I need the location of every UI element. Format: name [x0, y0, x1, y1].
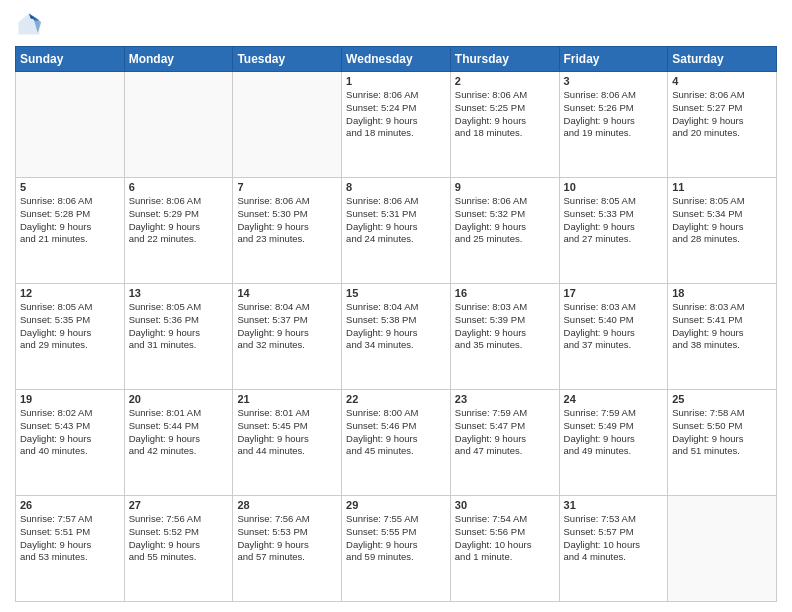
- logo: [15, 10, 47, 38]
- calendar-cell: 15Sunrise: 8:04 AM Sunset: 5:38 PM Dayli…: [342, 284, 451, 390]
- calendar-week-row: 19Sunrise: 8:02 AM Sunset: 5:43 PM Dayli…: [16, 390, 777, 496]
- day-info: Sunrise: 8:06 AM Sunset: 5:30 PM Dayligh…: [237, 195, 337, 246]
- calendar-cell: 6Sunrise: 8:06 AM Sunset: 5:29 PM Daylig…: [124, 178, 233, 284]
- day-number: 14: [237, 287, 337, 299]
- day-number: 17: [564, 287, 664, 299]
- day-number: 9: [455, 181, 555, 193]
- calendar-cell: 12Sunrise: 8:05 AM Sunset: 5:35 PM Dayli…: [16, 284, 125, 390]
- calendar-cell: 26Sunrise: 7:57 AM Sunset: 5:51 PM Dayli…: [16, 496, 125, 602]
- calendar-cell: 19Sunrise: 8:02 AM Sunset: 5:43 PM Dayli…: [16, 390, 125, 496]
- day-info: Sunrise: 8:03 AM Sunset: 5:40 PM Dayligh…: [564, 301, 664, 352]
- weekday-header-friday: Friday: [559, 47, 668, 72]
- day-info: Sunrise: 7:57 AM Sunset: 5:51 PM Dayligh…: [20, 513, 120, 564]
- calendar-cell: 27Sunrise: 7:56 AM Sunset: 5:52 PM Dayli…: [124, 496, 233, 602]
- day-number: 15: [346, 287, 446, 299]
- calendar-cell: 13Sunrise: 8:05 AM Sunset: 5:36 PM Dayli…: [124, 284, 233, 390]
- day-info: Sunrise: 7:55 AM Sunset: 5:55 PM Dayligh…: [346, 513, 446, 564]
- weekday-header-wednesday: Wednesday: [342, 47, 451, 72]
- day-info: Sunrise: 8:06 AM Sunset: 5:27 PM Dayligh…: [672, 89, 772, 140]
- day-number: 16: [455, 287, 555, 299]
- calendar-cell: 11Sunrise: 8:05 AM Sunset: 5:34 PM Dayli…: [668, 178, 777, 284]
- calendar-cell: 22Sunrise: 8:00 AM Sunset: 5:46 PM Dayli…: [342, 390, 451, 496]
- day-info: Sunrise: 8:06 AM Sunset: 5:26 PM Dayligh…: [564, 89, 664, 140]
- weekday-header-thursday: Thursday: [450, 47, 559, 72]
- day-number: 19: [20, 393, 120, 405]
- day-number: 25: [672, 393, 772, 405]
- day-info: Sunrise: 8:05 AM Sunset: 5:33 PM Dayligh…: [564, 195, 664, 246]
- day-number: 26: [20, 499, 120, 511]
- calendar-cell: 16Sunrise: 8:03 AM Sunset: 5:39 PM Dayli…: [450, 284, 559, 390]
- day-info: Sunrise: 7:59 AM Sunset: 5:47 PM Dayligh…: [455, 407, 555, 458]
- calendar-cell: 7Sunrise: 8:06 AM Sunset: 5:30 PM Daylig…: [233, 178, 342, 284]
- weekday-header-sunday: Sunday: [16, 47, 125, 72]
- day-number: 1: [346, 75, 446, 87]
- calendar-cell: 4Sunrise: 8:06 AM Sunset: 5:27 PM Daylig…: [668, 72, 777, 178]
- day-number: 21: [237, 393, 337, 405]
- calendar-cell: [233, 72, 342, 178]
- calendar-table: SundayMondayTuesdayWednesdayThursdayFrid…: [15, 46, 777, 602]
- day-info: Sunrise: 7:59 AM Sunset: 5:49 PM Dayligh…: [564, 407, 664, 458]
- day-info: Sunrise: 8:06 AM Sunset: 5:25 PM Dayligh…: [455, 89, 555, 140]
- calendar-cell: 8Sunrise: 8:06 AM Sunset: 5:31 PM Daylig…: [342, 178, 451, 284]
- calendar-cell: 1Sunrise: 8:06 AM Sunset: 5:24 PM Daylig…: [342, 72, 451, 178]
- page: SundayMondayTuesdayWednesdayThursdayFrid…: [0, 0, 792, 612]
- calendar-cell: 10Sunrise: 8:05 AM Sunset: 5:33 PM Dayli…: [559, 178, 668, 284]
- day-number: 31: [564, 499, 664, 511]
- calendar-cell: 30Sunrise: 7:54 AM Sunset: 5:56 PM Dayli…: [450, 496, 559, 602]
- calendar-week-row: 26Sunrise: 7:57 AM Sunset: 5:51 PM Dayli…: [16, 496, 777, 602]
- day-info: Sunrise: 8:00 AM Sunset: 5:46 PM Dayligh…: [346, 407, 446, 458]
- day-info: Sunrise: 8:03 AM Sunset: 5:41 PM Dayligh…: [672, 301, 772, 352]
- day-number: 10: [564, 181, 664, 193]
- day-info: Sunrise: 8:04 AM Sunset: 5:38 PM Dayligh…: [346, 301, 446, 352]
- day-info: Sunrise: 8:06 AM Sunset: 5:28 PM Dayligh…: [20, 195, 120, 246]
- calendar-cell: 2Sunrise: 8:06 AM Sunset: 5:25 PM Daylig…: [450, 72, 559, 178]
- header: [15, 10, 777, 38]
- calendar-week-row: 1Sunrise: 8:06 AM Sunset: 5:24 PM Daylig…: [16, 72, 777, 178]
- day-number: 11: [672, 181, 772, 193]
- day-info: Sunrise: 8:05 AM Sunset: 5:36 PM Dayligh…: [129, 301, 229, 352]
- day-number: 23: [455, 393, 555, 405]
- day-info: Sunrise: 8:01 AM Sunset: 5:44 PM Dayligh…: [129, 407, 229, 458]
- calendar-cell: 25Sunrise: 7:58 AM Sunset: 5:50 PM Dayli…: [668, 390, 777, 496]
- day-number: 22: [346, 393, 446, 405]
- calendar-cell: [668, 496, 777, 602]
- day-info: Sunrise: 8:02 AM Sunset: 5:43 PM Dayligh…: [20, 407, 120, 458]
- day-number: 30: [455, 499, 555, 511]
- day-info: Sunrise: 7:56 AM Sunset: 5:53 PM Dayligh…: [237, 513, 337, 564]
- day-number: 8: [346, 181, 446, 193]
- calendar-cell: 23Sunrise: 7:59 AM Sunset: 5:47 PM Dayli…: [450, 390, 559, 496]
- calendar-cell: 29Sunrise: 7:55 AM Sunset: 5:55 PM Dayli…: [342, 496, 451, 602]
- day-number: 5: [20, 181, 120, 193]
- calendar-cell: [124, 72, 233, 178]
- day-info: Sunrise: 7:54 AM Sunset: 5:56 PM Dayligh…: [455, 513, 555, 564]
- day-number: 6: [129, 181, 229, 193]
- calendar-cell: 14Sunrise: 8:04 AM Sunset: 5:37 PM Dayli…: [233, 284, 342, 390]
- day-number: 29: [346, 499, 446, 511]
- day-info: Sunrise: 8:05 AM Sunset: 5:34 PM Dayligh…: [672, 195, 772, 246]
- calendar-cell: 9Sunrise: 8:06 AM Sunset: 5:32 PM Daylig…: [450, 178, 559, 284]
- weekday-header-row: SundayMondayTuesdayWednesdayThursdayFrid…: [16, 47, 777, 72]
- calendar-cell: 5Sunrise: 8:06 AM Sunset: 5:28 PM Daylig…: [16, 178, 125, 284]
- day-number: 24: [564, 393, 664, 405]
- day-info: Sunrise: 8:05 AM Sunset: 5:35 PM Dayligh…: [20, 301, 120, 352]
- day-info: Sunrise: 8:06 AM Sunset: 5:32 PM Dayligh…: [455, 195, 555, 246]
- logo-icon: [15, 10, 43, 38]
- day-info: Sunrise: 8:06 AM Sunset: 5:24 PM Dayligh…: [346, 89, 446, 140]
- day-info: Sunrise: 7:53 AM Sunset: 5:57 PM Dayligh…: [564, 513, 664, 564]
- day-info: Sunrise: 8:06 AM Sunset: 5:29 PM Dayligh…: [129, 195, 229, 246]
- day-info: Sunrise: 8:04 AM Sunset: 5:37 PM Dayligh…: [237, 301, 337, 352]
- day-number: 4: [672, 75, 772, 87]
- day-number: 12: [20, 287, 120, 299]
- day-info: Sunrise: 8:03 AM Sunset: 5:39 PM Dayligh…: [455, 301, 555, 352]
- weekday-header-monday: Monday: [124, 47, 233, 72]
- day-info: Sunrise: 7:56 AM Sunset: 5:52 PM Dayligh…: [129, 513, 229, 564]
- calendar-cell: 24Sunrise: 7:59 AM Sunset: 5:49 PM Dayli…: [559, 390, 668, 496]
- day-info: Sunrise: 8:06 AM Sunset: 5:31 PM Dayligh…: [346, 195, 446, 246]
- calendar-cell: [16, 72, 125, 178]
- calendar-cell: 20Sunrise: 8:01 AM Sunset: 5:44 PM Dayli…: [124, 390, 233, 496]
- day-info: Sunrise: 8:01 AM Sunset: 5:45 PM Dayligh…: [237, 407, 337, 458]
- calendar-cell: 17Sunrise: 8:03 AM Sunset: 5:40 PM Dayli…: [559, 284, 668, 390]
- calendar-cell: 28Sunrise: 7:56 AM Sunset: 5:53 PM Dayli…: [233, 496, 342, 602]
- weekday-header-tuesday: Tuesday: [233, 47, 342, 72]
- day-number: 27: [129, 499, 229, 511]
